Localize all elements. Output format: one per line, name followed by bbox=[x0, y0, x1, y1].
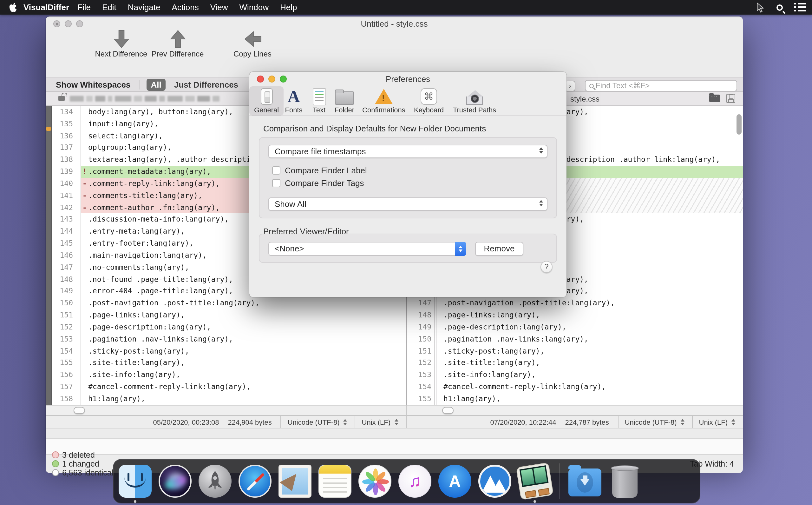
diff-mark bbox=[81, 214, 88, 226]
segment-all[interactable]: All bbox=[147, 79, 166, 91]
gutter-separator bbox=[79, 178, 81, 190]
dock-item-launchpad[interactable] bbox=[199, 465, 232, 498]
checkbox-icon[interactable] bbox=[272, 166, 280, 175]
tab-confirmations[interactable]: Confirmations bbox=[354, 86, 413, 116]
vertical-scrollbar-thumb[interactable] bbox=[737, 114, 742, 135]
help-button[interactable]: ? bbox=[540, 261, 553, 273]
diff-overview-strip[interactable] bbox=[46, 106, 52, 405]
show-whitespaces-button[interactable]: Show Whitespaces bbox=[56, 80, 131, 90]
menu-item-navigate[interactable]: Navigate bbox=[122, 3, 166, 12]
diff-line[interactable]: 152.page-description:lang(ary), bbox=[52, 321, 406, 333]
dock-item-finder[interactable] bbox=[118, 465, 152, 498]
viewer-popup[interactable]: <None> bbox=[268, 242, 466, 256]
tab-keyboard[interactable]: ⌘Keyboard bbox=[410, 86, 448, 116]
diff-line[interactable]: 151.sticky-post:lang(ary), bbox=[406, 345, 743, 357]
tab-trusted-paths[interactable]: Trusted Paths bbox=[445, 86, 504, 116]
line-number: 147 bbox=[52, 262, 79, 274]
diff-line[interactable]: 157#cancel-comment-reply-link:lang(ary), bbox=[52, 381, 406, 393]
gutter-separator bbox=[79, 285, 81, 297]
apple-menu[interactable] bbox=[9, 2, 17, 12]
line-number: 154 bbox=[406, 381, 434, 393]
diff-line[interactable]: 154#cancel-comment-reply-link:lang(ary), bbox=[406, 381, 743, 393]
pointer-icon[interactable] bbox=[756, 2, 765, 12]
dock-item-safari[interactable] bbox=[239, 465, 272, 498]
dock-item-visualdiffer[interactable]: VisualDiffer bbox=[518, 465, 551, 498]
stepper-icon[interactable] bbox=[394, 419, 398, 425]
left-encoding-select[interactable]: Unicode (UTF-8) bbox=[288, 418, 340, 426]
prev-difference-button[interactable]: Prev Difference bbox=[143, 29, 213, 58]
stepper-icon[interactable] bbox=[681, 419, 685, 425]
diff-line[interactable]: 155h1:lang(ary), bbox=[406, 393, 743, 405]
dialog-title-bar[interactable]: Preferences bbox=[249, 72, 566, 86]
line-text: .comment-metadata:lang(ary), bbox=[88, 166, 211, 178]
gutter-separator bbox=[79, 166, 81, 178]
menu-app-name[interactable]: VisualDiffer bbox=[23, 3, 69, 12]
tab-general[interactable]: General bbox=[249, 86, 284, 116]
diff-mark: - bbox=[81, 190, 88, 202]
diff-line[interactable]: 153.pagination .nav-links:lang(ary), bbox=[52, 333, 406, 345]
menu-item-actions[interactable]: Actions bbox=[166, 3, 204, 12]
tab-fonts[interactable]: AFonts bbox=[280, 86, 307, 116]
toolbar: Next DifferencePrev DifferenceCopy Lines bbox=[46, 29, 743, 61]
diff-line[interactable]: 158h1:lang(ary), bbox=[52, 393, 406, 405]
diff-line[interactable]: 154.sticky-post:lang(ary), bbox=[52, 345, 406, 357]
folder-icon[interactable] bbox=[709, 95, 720, 102]
compare-finder-label-checkbox[interactable]: Compare Finder Label bbox=[272, 166, 367, 175]
right-line-ending-select[interactable]: Unix (LF) bbox=[699, 418, 728, 426]
title-bar[interactable]: Untitled - style.css bbox=[46, 16, 743, 29]
dock-item-itunes[interactable]: ♫ bbox=[398, 465, 432, 498]
compare-finder-tags-checkbox[interactable]: Compare Finder Tags bbox=[272, 178, 364, 188]
diff-line[interactable]: 150.pagination .nav-links:lang(ary), bbox=[406, 333, 743, 345]
right-hscrollbar[interactable] bbox=[406, 405, 743, 415]
dock-item-app-store[interactable]: A bbox=[438, 465, 471, 498]
compare-mode-popup[interactable]: Compare file timestamps bbox=[268, 145, 547, 158]
dock-item-downloads[interactable] bbox=[568, 465, 601, 498]
dock-item-mountain-app[interactable] bbox=[478, 465, 511, 498]
legend-item: 6,563 identical bbox=[52, 468, 113, 477]
left-file-size: 224,904 bytes bbox=[228, 418, 272, 426]
left-hscroll-thumb[interactable] bbox=[73, 407, 85, 414]
menu-item-edit[interactable]: Edit bbox=[96, 3, 122, 12]
menu-item-window[interactable]: Window bbox=[234, 3, 275, 12]
menu-item-file[interactable]: File bbox=[72, 3, 96, 12]
line-text: .page-links:lang(ary), bbox=[444, 309, 540, 321]
dock-item-mail[interactable] bbox=[278, 465, 311, 498]
diff-line[interactable]: 155.site-title:lang(ary), bbox=[52, 357, 406, 369]
diff-line[interactable]: 150.post-navigation .post-title:lang(ary… bbox=[52, 297, 406, 310]
diff-line[interactable]: 152.site-title:lang(ary), bbox=[406, 357, 743, 369]
dock-item-trash[interactable] bbox=[608, 465, 641, 498]
find-input[interactable]: Find Text <⌘F> bbox=[585, 80, 737, 92]
diff-line[interactable]: 148.page-links:lang(ary), bbox=[406, 309, 743, 321]
line-number: 142 bbox=[52, 201, 79, 214]
stepper-icon[interactable] bbox=[343, 419, 347, 425]
dock-item-photos[interactable] bbox=[358, 465, 391, 498]
line-number: 135 bbox=[52, 118, 79, 130]
stepper-icon[interactable] bbox=[732, 419, 735, 425]
menu-item-help[interactable]: Help bbox=[274, 3, 303, 12]
left-hscrollbar[interactable] bbox=[46, 405, 406, 415]
right-encoding-select[interactable]: Unicode (UTF-8) bbox=[625, 418, 677, 426]
unlock-icon[interactable] bbox=[58, 96, 65, 101]
copy-lines-button[interactable]: Copy Lines bbox=[218, 29, 287, 58]
diff-line[interactable]: 147.post-navigation .post-title:lang(ary… bbox=[406, 297, 743, 310]
diff-line[interactable]: 153.site-info:lang(ary), bbox=[406, 369, 743, 381]
checkbox-icon[interactable] bbox=[272, 179, 280, 187]
diff-line[interactable]: 149.page-description:lang(ary), bbox=[406, 321, 743, 333]
diff-mark bbox=[437, 357, 444, 369]
menu-item-view[interactable]: View bbox=[205, 3, 234, 12]
line-text: .site-title:lang(ary), bbox=[88, 357, 185, 369]
left-line-ending-select[interactable]: Unix (LF) bbox=[362, 418, 390, 426]
diff-line[interactable]: 151.page-links:lang(ary), bbox=[52, 309, 406, 321]
dock-item-notes[interactable] bbox=[318, 465, 351, 498]
diff-line[interactable]: 156.site-info:lang(ary), bbox=[52, 369, 406, 381]
diff-mark bbox=[81, 285, 88, 297]
dock-item-siri[interactable] bbox=[159, 465, 192, 498]
save-icon[interactable] bbox=[726, 94, 735, 103]
spotlight-search-icon[interactable] bbox=[777, 4, 783, 10]
tab-text[interactable]: Text bbox=[306, 86, 332, 116]
right-hscroll-thumb[interactable] bbox=[442, 407, 453, 414]
show-filter-popup[interactable]: Show All bbox=[268, 197, 547, 211]
list-icon[interactable] bbox=[794, 3, 806, 12]
segment-just-differences[interactable]: Just Differences bbox=[170, 79, 243, 91]
remove-button[interactable]: Remove bbox=[475, 242, 523, 256]
